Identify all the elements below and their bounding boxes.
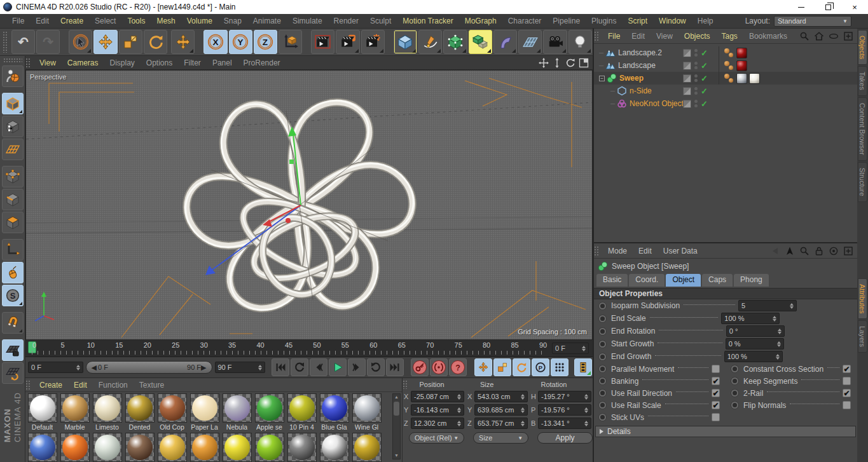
menu-item-snap[interactable]: Snap	[218, 17, 247, 25]
menu-item-help[interactable]: Help	[692, 17, 719, 25]
coordinate-input[interactable]: 639.685 cm	[474, 404, 528, 416]
animation-dot-icon[interactable]	[731, 390, 738, 397]
coordinate-input[interactable]: -195.27 °	[538, 391, 591, 402]
object-row-n-side[interactable]: ─n-Side✓	[594, 85, 857, 97]
material-tag-icon[interactable]	[736, 73, 747, 84]
rotate-camera-icon[interactable]	[565, 58, 575, 68]
restore-button[interactable]	[815, 0, 841, 14]
lock-y-axis-button[interactable]: Y	[229, 30, 252, 54]
material-item[interactable]: Blue Gla	[319, 393, 350, 431]
coordinate-input[interactable]: -16.143 cm	[411, 404, 464, 416]
pan-camera-icon[interactable]	[539, 58, 549, 68]
object-row-neoknot-object[interactable]: ─NeoKnot Object✓	[594, 97, 857, 110]
jump-to-start-button[interactable]	[272, 358, 289, 376]
stepper-icon[interactable]	[775, 329, 782, 334]
animation-dot-icon[interactable]	[599, 414, 606, 421]
material-item[interactable]	[92, 433, 123, 462]
material-item[interactable]: Paper La	[189, 393, 220, 431]
animation-dot-icon[interactable]	[731, 402, 738, 409]
deformers-bend-button[interactable]	[493, 30, 517, 54]
edit-render-settings-button[interactable]	[361, 30, 385, 54]
lock-icon[interactable]	[814, 246, 824, 256]
enabled-check-icon[interactable]: ✓	[701, 86, 708, 96]
coordinate-input[interactable]: 543.03 cm	[474, 391, 528, 402]
stepper-icon[interactable]	[582, 407, 588, 413]
checkbox[interactable]: ✔	[843, 365, 851, 373]
play-forwards-button[interactable]	[329, 358, 347, 376]
material-item[interactable]	[319, 433, 350, 462]
material-item[interactable]: Dented	[124, 393, 155, 431]
dolly-camera-icon[interactable]	[552, 58, 562, 68]
home-icon[interactable]	[814, 31, 824, 41]
mode-toolbar-drag-handle[interactable]	[3, 58, 22, 63]
align-workplane-button[interactable]	[2, 362, 24, 384]
collapse-expander-icon[interactable]: −	[599, 76, 605, 81]
panel-tab-layers[interactable]: Layers	[858, 320, 867, 353]
stepper-icon[interactable]	[518, 421, 525, 426]
material-item[interactable]: Marble	[59, 393, 90, 431]
panel-tab-attributes[interactable]: Attributes	[858, 278, 867, 319]
menu-item-window[interactable]: Window	[653, 17, 692, 25]
attribute-manager-drag-handle[interactable]	[594, 246, 600, 256]
record-active-objects-button[interactable]	[411, 358, 429, 376]
tab-basic[interactable]: Basic	[596, 274, 628, 287]
object-name[interactable]: n-Side	[630, 86, 652, 95]
animation-dot-icon[interactable]	[731, 377, 738, 384]
object-manager-menu-view[interactable]: View	[651, 32, 679, 41]
animation-dot-icon[interactable]	[599, 315, 606, 322]
viewport-menu-panel[interactable]: Panel	[207, 58, 238, 67]
material-item[interactable]: Nebula	[221, 393, 252, 431]
animation-dot-icon[interactable]	[599, 341, 606, 348]
workplane-mode-button[interactable]	[2, 139, 24, 160]
menu-item-render[interactable]: Render	[328, 17, 364, 25]
texture-mode-button[interactable]	[2, 116, 24, 137]
close-button[interactable]: ×	[841, 0, 868, 14]
lock-x-axis-button[interactable]: X	[203, 30, 227, 54]
material-menu-edit[interactable]: Edit	[68, 381, 93, 390]
menu-item-simulate[interactable]: Simulate	[287, 17, 328, 25]
render-to-picture-viewer-button[interactable]	[336, 30, 359, 54]
animation-dot-icon[interactable]	[599, 402, 606, 409]
material-tag-icon[interactable]	[736, 48, 747, 58]
object-row-sweep[interactable]: −Sweep✓	[594, 72, 857, 85]
stepper-icon[interactable]	[455, 394, 461, 400]
record-parameter-toggle[interactable]: P	[532, 358, 549, 376]
panel-tab-objects[interactable]: Objects	[858, 30, 867, 65]
field-input[interactable]: 0 %	[726, 338, 784, 350]
animation-dot-icon[interactable]	[599, 377, 606, 384]
lock-z-axis-button[interactable]: Z	[254, 30, 277, 54]
object-row-landscape[interactable]: ─Landscape✓	[594, 59, 857, 72]
object-row-landscape-2[interactable]: ─Landscape.2✓	[594, 46, 857, 59]
edges-mode-button[interactable]	[2, 189, 24, 210]
stepper-icon[interactable]	[787, 303, 794, 309]
material-item[interactable]	[286, 433, 317, 462]
use-as-model-mode-button[interactable]	[2, 65, 24, 87]
material-item[interactable]	[189, 433, 220, 462]
enable-snap-button[interactable]: S	[2, 285, 24, 306]
object-manager-drag-handle[interactable]	[594, 31, 600, 41]
polygons-mode-button[interactable]	[2, 212, 24, 233]
layer-chip[interactable]	[683, 74, 691, 83]
animation-dot-icon[interactable]	[599, 302, 606, 309]
autokeying-button[interactable]	[430, 358, 448, 376]
magnet-tool-button[interactable]	[2, 312, 24, 334]
add-panel-icon[interactable]	[843, 246, 853, 256]
keyframe-selection-button[interactable]: ?	[449, 358, 467, 376]
object-manager-menu-bookmarks[interactable]: Bookmarks	[743, 32, 793, 41]
preview-range-slider[interactable]: ◀ 0 F 90 F ▶	[86, 361, 212, 374]
material-item[interactable]	[156, 433, 188, 462]
visibility-dots[interactable]	[694, 49, 698, 57]
add-camera-button[interactable]	[543, 30, 567, 54]
add-light-button[interactable]	[568, 30, 592, 54]
material-item[interactable]	[59, 433, 90, 462]
record-point-level-toggle[interactable]	[551, 358, 568, 376]
viewport-menu-filter[interactable]: Filter	[178, 58, 207, 67]
visibility-dots[interactable]	[694, 74, 698, 82]
material-item[interactable]: Default	[27, 393, 58, 431]
menu-item-volume[interactable]: Volume	[181, 17, 218, 25]
object-properties-header[interactable]: Object Properties	[594, 288, 857, 299]
stepper-icon[interactable]	[74, 365, 80, 370]
menu-item-mesh[interactable]: Mesh	[151, 17, 181, 25]
enable-axis-modification-button[interactable]	[2, 239, 24, 261]
last-used-tool-move-button[interactable]	[171, 30, 195, 54]
